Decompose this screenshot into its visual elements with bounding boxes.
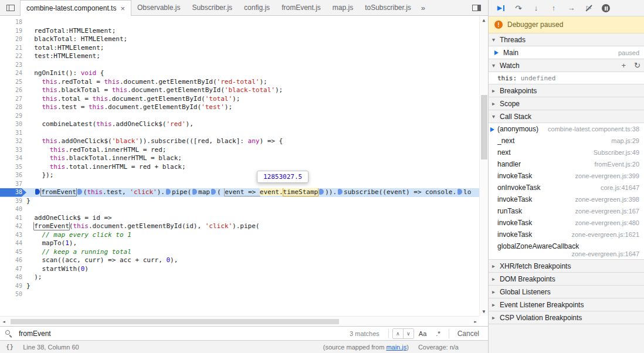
code-line[interactable]: 18 (0, 18, 488, 27)
previous-match-button[interactable]: ∧ (393, 329, 403, 338)
code-line[interactable]: 33 this.redTotal.innerHTML = red; (0, 146, 488, 155)
file-tab[interactable]: Subscriber.js (186, 0, 238, 15)
add-watch-icon[interactable]: + (622, 61, 626, 70)
code-line[interactable]: 45 // keep a running total (0, 248, 488, 257)
code-line[interactable]: 31 (0, 129, 488, 138)
line-number[interactable]: 18 (0, 18, 26, 27)
tab-close-icon[interactable]: × (120, 5, 125, 12)
scroll-left-icon[interactable]: ◄ (2, 319, 5, 324)
code-line[interactable]: 25 this.redTotal = this.document.getElem… (0, 78, 488, 87)
call-stack-frame[interactable]: globalZoneAwareCallbackzone-evergreen.js… (489, 240, 644, 259)
line-number[interactable]: 38 (0, 188, 26, 197)
navigator-toggle-button[interactable] (2, 5, 20, 11)
call-stack-frame[interactable]: onInvokeTaskcore.js:41647 (489, 182, 644, 194)
code-line[interactable]: 29 (0, 112, 488, 121)
line-number[interactable]: 31 (0, 129, 26, 138)
next-match-button[interactable]: ∨ (403, 329, 413, 338)
call-stack-frame[interactable]: runTaskzone-evergreen.js:167 (489, 205, 644, 217)
refresh-watch-icon[interactable]: ↻ (634, 61, 640, 70)
line-number[interactable]: 23 (0, 61, 26, 70)
vertical-scroll-thumb[interactable] (481, 95, 487, 159)
section-xhr-fetch-breakpoints[interactable]: ▸XHR/fetch Breakpoints (489, 260, 644, 273)
code-line[interactable]: 30 combineLatest(this.addOneClick$('red'… (0, 120, 488, 129)
code-line[interactable]: 40 (0, 205, 488, 214)
line-number[interactable]: 22 (0, 52, 26, 61)
horizontal-scrollbar[interactable]: ◄ ► (0, 316, 479, 326)
section-dom-breakpoints[interactable]: ▸DOM Breakpoints (489, 273, 644, 286)
line-number[interactable]: 42 (0, 222, 26, 231)
line-number[interactable]: 21 (0, 44, 26, 53)
line-number[interactable]: 26 (0, 86, 26, 95)
resume-icon[interactable] (496, 4, 506, 13)
thread-row[interactable]: Mainpaused (489, 46, 644, 59)
cancel-search-button[interactable]: Cancel (457, 330, 479, 338)
scroll-down-icon[interactable]: ▼ (483, 309, 486, 314)
code-line[interactable]: 47 startWith(0) (0, 265, 488, 274)
inline-breakpoint-marker[interactable] (77, 189, 82, 195)
line-number[interactable]: 30 (0, 120, 26, 129)
code-line[interactable]: 35 this.total.innerHTML = red + black; (0, 163, 488, 172)
inline-breakpoint-marker[interactable] (192, 189, 197, 195)
line-number[interactable]: 43 (0, 231, 26, 240)
section-breakpoints[interactable]: ▸ Breakpoints (489, 84, 644, 97)
file-tab[interactable]: config.js (238, 0, 276, 15)
editor-pane-icon[interactable] (472, 5, 481, 11)
line-number[interactable]: 35 (0, 163, 26, 172)
watch-expression[interactable]: this: undefined (489, 72, 644, 84)
code-line[interactable]: 48 ); (0, 273, 488, 282)
code-line[interactable]: 43 // map every click to 1 (0, 231, 488, 240)
search-input[interactable] (18, 329, 344, 338)
match-case-toggle[interactable]: Aa (419, 330, 426, 337)
step-icon[interactable] (567, 4, 576, 13)
line-number[interactable]: 41 (0, 214, 26, 223)
section-call-stack[interactable]: ▾ Call Stack (489, 110, 644, 123)
code-line[interactable]: 20 blackTotal: HTMLElement; (0, 35, 488, 44)
file-tab[interactable]: combine-latest.component.ts× (20, 0, 131, 16)
call-stack-frame[interactable]: _nextmap.js:29 (489, 135, 644, 147)
line-number[interactable]: 36 (0, 171, 26, 180)
line-number[interactable]: 44 (0, 239, 26, 248)
code-line[interactable]: 46 scan((acc, curr) => acc + curr, 0), (0, 256, 488, 265)
code-line[interactable]: 28 this.test = this.document.getElementB… (0, 103, 488, 112)
call-stack-frame[interactable]: invokeTaskzone-evergreen.js:398 (489, 194, 644, 205)
line-number[interactable]: 47 (0, 265, 26, 274)
code-line[interactable]: 19 redTotal:HTMLElement; (0, 27, 488, 36)
line-number[interactable]: 20 (0, 35, 26, 44)
source-map-link[interactable]: main.js (386, 344, 406, 351)
line-number[interactable]: 25 (0, 78, 26, 87)
section-threads[interactable]: ▾ Threads (489, 33, 644, 46)
code-line[interactable]: 41 addOneClick$ = id => (0, 214, 488, 223)
call-stack-frame[interactable]: invokeTaskzone-evergreen.js:1621 (489, 229, 644, 240)
section-csp-violation-breakpoints[interactable]: ▸CSP Violation Breakpoints (489, 311, 644, 324)
inline-breakpoint-marker[interactable] (338, 189, 343, 195)
line-number[interactable]: 32 (0, 137, 26, 146)
code-line[interactable]: 42 fromEvent(this.document.getElementByI… (0, 222, 488, 231)
code-line[interactable]: 44 mapTo(1), (0, 239, 488, 248)
vertical-scrollbar[interactable]: ▲ ▼ (479, 16, 488, 316)
pretty-print-button[interactable]: {} (6, 343, 13, 351)
code-line[interactable]: 49} (0, 282, 488, 291)
tab-overflow-button[interactable]: » (417, 4, 429, 12)
line-number[interactable]: 28 (0, 103, 26, 112)
inline-breakpoint-marker[interactable] (457, 189, 462, 195)
line-number[interactable]: 45 (0, 248, 26, 257)
call-stack-frame[interactable]: invokeTaskzone-evergreen.js:399 (489, 170, 644, 182)
line-number[interactable]: 37 (0, 180, 26, 189)
line-number[interactable]: 33 (0, 146, 26, 155)
step-over-icon[interactable] (514, 4, 523, 13)
code-line[interactable]: 24 ngOnInit(): void { (0, 69, 488, 78)
step-out-icon[interactable] (549, 4, 558, 13)
code-line[interactable]: 50 (0, 290, 488, 299)
inline-breakpoint-marker[interactable] (35, 189, 40, 195)
line-number[interactable]: 46 (0, 256, 26, 265)
file-tab[interactable]: fromEvent.js (276, 0, 327, 15)
line-number[interactable]: 49 (0, 282, 26, 291)
regex-toggle[interactable]: .* (436, 330, 440, 337)
deactivate-breakpoints-icon[interactable] (584, 4, 594, 13)
horizontal-scroll-thumb[interactable] (11, 319, 339, 324)
code-line[interactable]: 37 (0, 180, 488, 189)
scroll-up-icon[interactable]: ▲ (483, 18, 486, 23)
pause-on-exceptions-icon[interactable] (602, 4, 610, 12)
code-editor[interactable]: 1819 redTotal:HTMLElement;20 blackTotal:… (0, 16, 488, 326)
section-scope[interactable]: ▸ Scope (489, 97, 644, 110)
